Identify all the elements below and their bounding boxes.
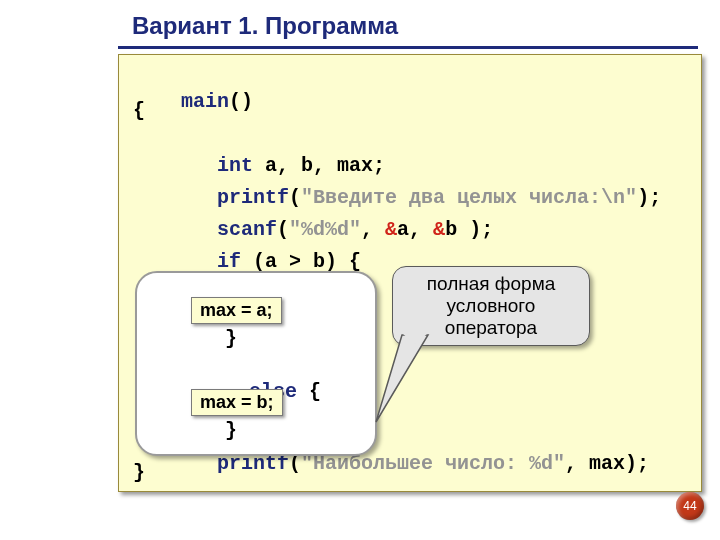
code-line: } xyxy=(133,461,145,484)
title-underline xyxy=(118,46,698,49)
code-line: { xyxy=(133,99,145,122)
page-number-badge: 44 xyxy=(676,492,704,520)
code-line: } xyxy=(165,327,237,350)
code-line: main() xyxy=(133,67,253,136)
code-line: } xyxy=(165,419,237,442)
callout-line: полная форма xyxy=(393,273,589,295)
highlight-region: max = a; } else { max = b; } xyxy=(135,271,377,456)
callout-bubble: полная форма условного оператора xyxy=(392,266,590,346)
assign-max-a: max = a; xyxy=(191,297,282,324)
callout-line: условного xyxy=(393,295,589,317)
slide-title: Вариант 1. Программа xyxy=(132,12,398,40)
callout-line: оператора xyxy=(393,317,589,339)
assign-max-b: max = b; xyxy=(191,389,283,416)
